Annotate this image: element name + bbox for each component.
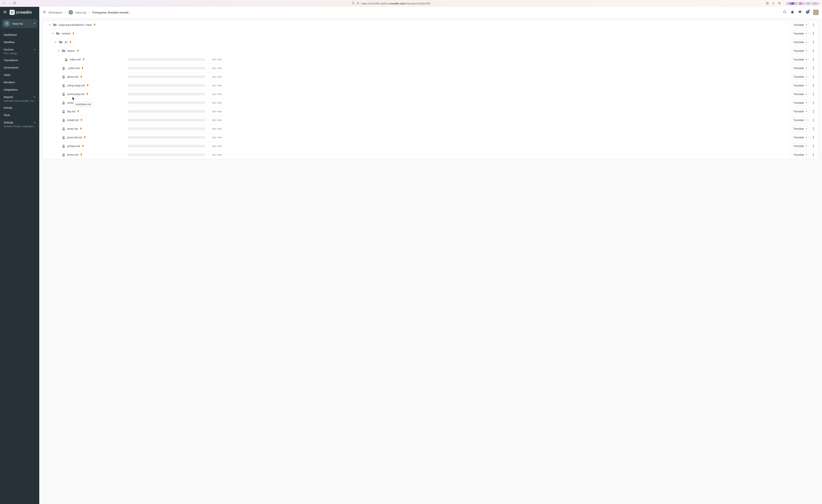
address-bar[interactable]: https://scientific-python.crowdin.com/u/… (361, 2, 430, 5)
collapse-caret-icon[interactable] (48, 24, 51, 26)
more-menu-icon[interactable] (811, 75, 816, 78)
more-menu-icon[interactable] (811, 49, 816, 52)
translate-button[interactable]: Translate (790, 117, 809, 123)
more-menu-icon[interactable] (811, 119, 816, 122)
bell-icon[interactable] (790, 10, 794, 15)
file-row[interactable]: M↓citing-scipy.md0% • 0%Translate (43, 81, 818, 90)
more-menu-icon[interactable] (811, 41, 816, 44)
priority-up-icon[interactable] (80, 119, 83, 122)
priority-up-icon[interactable] (80, 75, 82, 78)
home-icon[interactable] (43, 10, 46, 15)
priority-up-icon[interactable] (81, 67, 84, 70)
translate-button[interactable]: Translate (790, 57, 809, 62)
file-row[interactable]: M↓privacy.md0% • 0%Translate (43, 142, 818, 151)
folder-row[interactable]: scipy.org-translations / mainTranslate (43, 21, 818, 29)
translate-button[interactable]: Translate (790, 31, 809, 36)
translate-button[interactable]: Translate (790, 83, 809, 88)
translate-button[interactable]: Translate (790, 39, 809, 45)
priority-up-icon[interactable] (86, 84, 89, 87)
translate-button[interactable]: Translate (790, 152, 809, 158)
priority-up-icon[interactable] (80, 127, 82, 130)
priority-up-icon[interactable] (83, 136, 86, 139)
more-menu-icon[interactable] (811, 101, 816, 104)
translate-button[interactable]: Translate (790, 126, 809, 132)
translate-button[interactable]: Translate (790, 91, 809, 97)
file-row[interactable]: M↓contribute.md0% • 0%Translate (43, 99, 818, 107)
priority-up-icon[interactable] (85, 101, 88, 104)
file-row[interactable]: M↓faq.md0% • 0%Translate (43, 107, 818, 116)
sidebar-item-members[interactable]: Members (0, 79, 39, 86)
file-row[interactable]: M↓terms.md0% • 0%Translate (43, 151, 818, 159)
priority-up-icon[interactable] (82, 145, 84, 148)
file-row[interactable]: M↓community.md0% • 0%Translate (43, 90, 818, 99)
project-switcher[interactable]: S scipy.org (2, 19, 37, 28)
sidebar-item-sub: Overview, Cost estimate, Transl… (0, 100, 39, 104)
priority-up-icon[interactable] (77, 49, 79, 52)
sidebar-item-dashboard[interactable]: Dashboard (0, 31, 39, 39)
chevron-right-icon (64, 11, 66, 14)
sidebar-item-translations[interactable]: Translations (0, 57, 39, 64)
priority-up-icon[interactable] (69, 41, 72, 44)
file-row[interactable]: M↓about.md0% • 0%Translate (43, 73, 818, 81)
more-menu-icon[interactable] (811, 127, 816, 130)
file-row[interactable]: M↓news.md0% • 0%Translate (43, 125, 818, 133)
sidebar-item-tools[interactable]: Tools (0, 111, 39, 119)
more-menu-icon[interactable] (811, 32, 816, 35)
search-icon[interactable] (783, 10, 787, 15)
priority-up-icon[interactable] (80, 153, 82, 156)
priority-up-icon[interactable] (72, 32, 75, 35)
shield-icon[interactable] (352, 2, 355, 5)
nav-forward-icon[interactable] (8, 2, 11, 5)
sidebar-item-integrations[interactable]: Integrations (0, 86, 39, 93)
file-row[interactable]: M↓install.md0% • 0%Translate (43, 116, 818, 125)
more-menu-icon[interactable] (811, 153, 816, 156)
help-icon[interactable] (806, 10, 809, 15)
collapse-caret-icon[interactable] (57, 50, 60, 52)
more-menu-icon[interactable] (811, 84, 816, 87)
chat-icon[interactable] (798, 10, 802, 15)
nav-back-icon[interactable] (2, 2, 5, 5)
priority-up-icon[interactable] (93, 23, 96, 26)
translate-button[interactable]: Translate (790, 74, 809, 80)
file-row[interactable]: M↓index.md0% • 0%Translate (43, 55, 818, 64)
more-menu-icon[interactable] (811, 110, 816, 113)
translate-button[interactable]: Translate (790, 100, 809, 106)
more-menu-icon[interactable] (811, 67, 816, 70)
more-menu-icon[interactable] (811, 145, 816, 148)
translate-button[interactable]: Translate (790, 48, 809, 54)
folder-row[interactable]: teamsTranslate (43, 47, 818, 55)
progress-bar (127, 58, 205, 61)
priority-up-icon[interactable] (86, 93, 88, 96)
folder-row[interactable]: contentTranslate (43, 29, 818, 38)
more-menu-icon[interactable] (811, 23, 816, 26)
file-row[interactable]: M↓press-kit.md0% • 0%Translate (43, 133, 818, 142)
avatar[interactable] (813, 10, 819, 15)
priority-up-icon[interactable] (77, 110, 79, 113)
sidebar-item-activity[interactable]: Activity (0, 104, 39, 111)
sidebar-item-screenshots[interactable]: Screenshots (0, 64, 39, 71)
reader-icon[interactable] (766, 2, 769, 5)
breadcrumb-workspace[interactable]: Workspace (48, 11, 62, 14)
translate-button[interactable]: Translate (790, 143, 809, 149)
crowdin-logo[interactable]: crowdin (10, 10, 32, 15)
sidebar-item-workflow[interactable]: Workflow (0, 39, 39, 46)
translate-button[interactable]: Translate (790, 135, 809, 140)
more-menu-icon[interactable] (811, 136, 816, 139)
more-menu-icon[interactable] (811, 93, 816, 96)
priority-up-icon[interactable] (82, 58, 85, 61)
file-row[interactable]: M↓_index.md0% • 0%Translate (43, 64, 818, 73)
more-menu-icon[interactable] (811, 58, 816, 61)
download-icon[interactable] (772, 2, 775, 5)
collapse-caret-icon[interactable] (54, 41, 57, 43)
translate-button[interactable]: Translate (790, 22, 809, 28)
collapse-caret-icon[interactable] (51, 33, 54, 35)
hamburger-icon[interactable] (3, 10, 7, 15)
translate-button[interactable]: Translate (790, 109, 809, 114)
translate-button[interactable]: Translate (790, 65, 809, 71)
lock-icon[interactable] (356, 2, 359, 5)
reload-icon[interactable] (13, 2, 16, 5)
breadcrumb-project[interactable]: scipy.org (75, 11, 86, 14)
folder-row[interactable]: enTranslate (43, 38, 818, 47)
star-icon[interactable] (778, 2, 781, 5)
sidebar-item-tasks[interactable]: Tasks (0, 71, 39, 79)
